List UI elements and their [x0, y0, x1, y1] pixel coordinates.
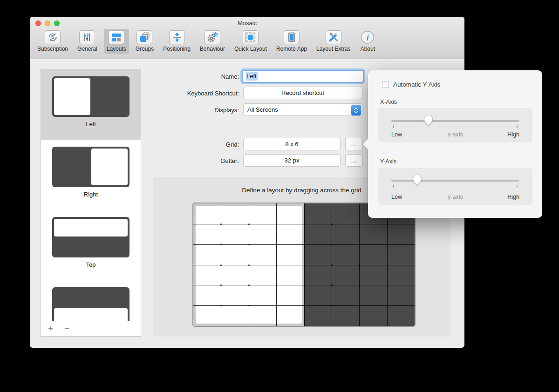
groups-icon — [136, 30, 152, 44]
toolbar-item-label: Remote App — [276, 46, 307, 52]
toolbar-item-general[interactable]: General — [75, 29, 100, 54]
subscription-icon: $ — [45, 30, 61, 44]
automatic-y-axis-checkbox[interactable] — [382, 81, 389, 88]
name-input-value: Left — [246, 72, 258, 81]
toolbar-item-subscription[interactable]: $Subscription — [34, 29, 71, 54]
layout-item-left[interactable]: Left — [41, 69, 141, 140]
x-axis-group: Low x-axis High — [378, 108, 532, 142]
toolbar-item-label: About — [361, 46, 375, 52]
layout-grid[interactable] — [192, 203, 416, 327]
record-shortcut-button[interactable]: Record shortcut — [243, 87, 362, 99]
layout-thumbnail-top — [52, 217, 130, 257]
svg-text:$: $ — [51, 34, 55, 41]
positioning-icon — [169, 30, 185, 44]
chevron-up-down-icon — [351, 105, 361, 115]
layout-item-label: Left — [41, 121, 141, 128]
toolbar-item-layout-extras[interactable]: Layout Extras — [314, 29, 353, 54]
displays-label: Displays: — [164, 107, 239, 114]
toolbar-item-about[interactable]: iAbout — [357, 29, 378, 54]
layouts-icon — [109, 30, 124, 44]
layout-extras-icon — [326, 30, 341, 44]
layout-item-bottom[interactable] — [41, 280, 141, 321]
layout-item-label: Top — [41, 261, 141, 268]
add-layout-button[interactable]: + — [48, 324, 53, 333]
gutter-more-button[interactable]: … — [345, 154, 363, 167]
automatic-y-axis-label: Automatic Y-Axis — [393, 81, 440, 88]
toolbar-item-label: Groups — [136, 46, 154, 52]
layout-thumbnail-left — [52, 76, 130, 117]
displays-select-value: All Screens — [247, 106, 278, 113]
layout-item-top[interactable]: Top — [41, 210, 141, 280]
y-axis-title: Y-Axis — [380, 158, 396, 165]
x-axis-title: X-Axis — [380, 99, 397, 105]
y-axis-slider-thumb[interactable] — [412, 175, 422, 186]
gutter-label: Gutter: — [164, 157, 239, 164]
toolbar-item-label: Layouts — [107, 46, 126, 52]
toolbar-item-remote-app[interactable]: Remote App — [273, 29, 310, 54]
svg-text:i: i — [367, 33, 369, 42]
y-axis-slider-track[interactable] — [391, 180, 519, 182]
about-icon: i — [360, 30, 375, 44]
toolbar-item-behaviour[interactable]: Behaviour — [197, 29, 228, 54]
remove-layout-button[interactable]: − — [64, 324, 69, 333]
grid-size-input[interactable]: 8 x 6 — [243, 138, 341, 150]
toolbar-item-label: Layout Extras — [316, 46, 350, 52]
layouts-list-items: LeftRightTop — [41, 69, 141, 321]
layout-thumbnail-right — [52, 147, 130, 187]
toolbar-item-label: Quick Layout — [234, 46, 267, 52]
name-label: Name: — [164, 73, 239, 80]
grid-label: Grid: — [164, 141, 239, 148]
grid-more-button[interactable]: … — [345, 138, 363, 150]
toolbar-item-label: General — [77, 46, 97, 52]
displays-select[interactable]: All Screens — [243, 103, 362, 116]
layout-thumbnail-bottom — [52, 287, 130, 321]
title-bar: Mosaic $Subscription General Layouts Gro… — [30, 17, 464, 59]
quick-layout-icon — [243, 30, 259, 44]
name-input[interactable]: Left — [242, 70, 364, 83]
general-icon — [79, 30, 95, 44]
toolbar-item-quick-layout[interactable]: Quick Layout — [232, 29, 270, 54]
layouts-list-footer: + − — [41, 321, 141, 336]
remote-app-icon — [284, 30, 300, 44]
gutter-size-input[interactable]: 32 px — [243, 154, 341, 167]
x-axis-high-label: High — [507, 131, 519, 138]
toolbar-item-groups[interactable]: Groups — [133, 29, 157, 54]
toolbar-item-label: Behaviour — [200, 46, 225, 52]
layout-item-right[interactable]: Right — [41, 140, 141, 210]
toolbar-item-layouts[interactable]: Layouts — [104, 29, 129, 54]
toolbar-item-label: Subscription — [37, 46, 68, 52]
window-title: Mosaic — [30, 20, 464, 27]
x-axis-slider-track[interactable] — [391, 120, 519, 122]
layouts-list: LeftRightTop + − — [41, 69, 141, 337]
toolbar-item-positioning[interactable]: Positioning — [160, 29, 193, 54]
layout-item-label: Right — [41, 191, 141, 198]
grid-settings-popover: Automatic Y-Axis X-Axis Low x-axis High … — [368, 70, 542, 218]
behaviour-icon — [205, 30, 220, 44]
toolbar-item-label: Positioning — [163, 46, 191, 52]
y-axis-group: Low y-axis High — [378, 168, 532, 205]
keyboard-shortcut-label: Keyboard Shortcut: — [164, 90, 239, 97]
y-axis-high-label: High — [507, 194, 519, 200]
toolbar: $Subscription General Layouts Groups Pos… — [34, 29, 378, 59]
x-axis-slider-thumb[interactable] — [423, 115, 433, 126]
